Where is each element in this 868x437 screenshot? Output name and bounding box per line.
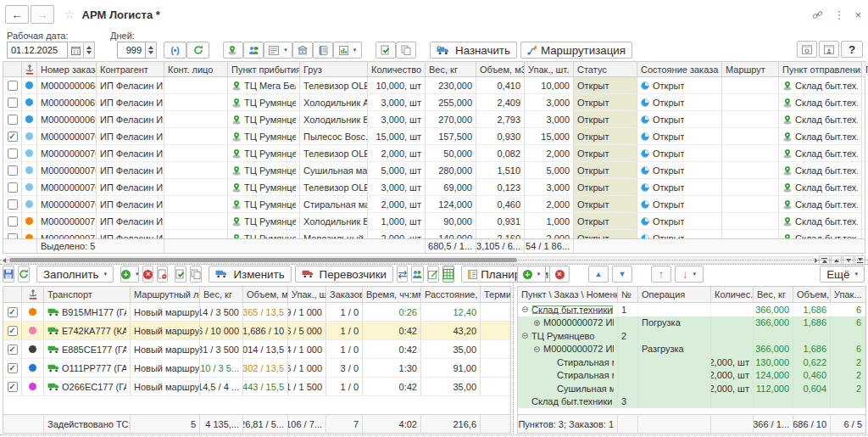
- order-row[interactable]: М0000000070 ИП Феласин И... ТЦ Румянцево…: [3, 179, 865, 196]
- col-weight[interactable]: Вес, кг: [754, 287, 793, 302]
- col-time[interactable]: Время, чч:мм: [363, 287, 421, 302]
- row-checkbox[interactable]: [8, 148, 18, 159]
- col-distance[interactable]: Расстояние, км: [421, 287, 481, 302]
- tree-cell[interactable]: Стиральная м...: [518, 356, 618, 369]
- route-row[interactable]: Е742КА777 (КАМА... Новый маршрутн... 366…: [3, 322, 510, 340]
- col-transport[interactable]: Транспорт: [44, 287, 131, 302]
- order-row[interactable]: М0000000068 ИП Феласин И... ТЦ Мега Бела…: [3, 77, 865, 94]
- close-route-button[interactable]: [157, 266, 168, 283]
- working-date-input[interactable]: [7, 42, 68, 59]
- detail-row[interactable]: ⊖ Склад быт.техники в ... 1 366,000 1,68…: [518, 303, 865, 317]
- col-terminal[interactable]: Терминал: [481, 287, 510, 302]
- col-orders[interactable]: Заказов: [326, 287, 363, 302]
- row-checkbox[interactable]: [8, 216, 18, 227]
- detail-row[interactable]: Стиральная м... 2,000, шт 124,000 0,460 …: [518, 369, 865, 383]
- col-contact[interactable]: Конт. лицо: [164, 62, 228, 76]
- tree-cell[interactable]: Стиральная м...: [518, 369, 618, 383]
- routing-button[interactable]: Маршрутизация: [520, 42, 632, 59]
- route-row[interactable]: О111РР777 (ГАЗе... Новый маршрутн... 1 4…: [3, 359, 510, 378]
- collapse-all-button[interactable]: ↑: [651, 266, 671, 283]
- row-checkbox[interactable]: [8, 81, 18, 91]
- col-select[interactable]: [3, 62, 22, 76]
- back-button[interactable]: ←: [5, 5, 29, 24]
- col-arrival[interactable]: Пункт прибытия: [228, 62, 300, 76]
- order-row[interactable]: М0000000070 ИП Феласин И... ТЦ Румянцево…: [3, 128, 865, 145]
- fill-button[interactable]: Заполнить▾: [36, 266, 114, 283]
- row-checkbox[interactable]: [8, 307, 18, 317]
- add-point-button[interactable]: +▾: [517, 266, 546, 283]
- row-checkbox[interactable]: [8, 326, 18, 336]
- add-route-button[interactable]: +▾: [120, 266, 140, 283]
- assign-button[interactable]: Назначить: [430, 42, 517, 59]
- detail-row[interactable]: Сушильная м... 2,000, шт 112,000 0,604 2: [518, 382, 865, 395]
- carriers-button[interactable]: Перевозчики: [295, 266, 393, 283]
- detail-row[interactable]: ⊖ ТЦ Румянцево 2: [518, 329, 865, 343]
- close-icon[interactable]: ×: [854, 8, 861, 21]
- col-partner[interactable]: Контрагент: [97, 62, 164, 76]
- col-packs[interactable]: Упак., шт.: [288, 287, 326, 302]
- col-state[interactable]: Состояние заказа: [637, 62, 722, 76]
- tree-expander-icon[interactable]: ⊕: [533, 318, 543, 328]
- form-settings-button[interactable]: [797, 41, 817, 58]
- tree-expander-icon[interactable]: ⊖: [521, 331, 531, 340]
- tree-expander-icon[interactable]: ⊖: [521, 305, 531, 314]
- detail-row[interactable]: ⊕ М0000000072 ИП... Погрузка 366,000 1,6…: [518, 317, 865, 330]
- add-contractor-button[interactable]: [243, 42, 264, 59]
- tree-cell[interactable]: ⊖ ТЦ Румянцево: [518, 329, 618, 343]
- order-row[interactable]: М0000000070 ИП Феласин И... ТЦ Румянцево…: [3, 196, 865, 213]
- date-spinner[interactable]: [84, 42, 95, 59]
- days-spinner[interactable]: [146, 42, 157, 59]
- col-marker[interactable]: [22, 62, 37, 76]
- row-checkbox[interactable]: [8, 132, 18, 142]
- col-shipper[interactable]: Грузоо: [862, 62, 868, 76]
- move-down-button[interactable]: ▼: [612, 266, 632, 283]
- edit-cell-button[interactable]: [427, 266, 439, 283]
- journal-button[interactable]: [313, 42, 333, 59]
- grid-view-button[interactable]: [442, 266, 454, 283]
- swap-orders-button[interactable]: ⇄: [397, 266, 408, 283]
- auto-refresh-button[interactable]: (•): [164, 42, 186, 59]
- order-row[interactable]: М0000000071 ИП Феласин И... ТЦ Румянцево…: [3, 213, 865, 230]
- delete-route-button[interactable]: ×: [142, 266, 153, 283]
- row-checkbox[interactable]: [8, 182, 18, 193]
- col-packs[interactable]: Упак., шт.: [525, 62, 574, 76]
- vertical-splitter[interactable]: [513, 265, 516, 434]
- expand-all-button[interactable]: ↓▾: [675, 266, 704, 283]
- col-volume[interactable]: Объем, м3: [476, 62, 525, 76]
- tree-cell[interactable]: Склад быт.техники в ...: [518, 395, 618, 409]
- row-checkbox[interactable]: [8, 165, 18, 176]
- favorite-star-icon[interactable]: ☆: [64, 8, 75, 21]
- order-row[interactable]: М0000000070 ИП Феласин И... ТЦ Румянцево…: [3, 145, 865, 162]
- route-row[interactable]: О266ЕС177 (ГАЗе... Новый маршрутн... 1 0…: [3, 378, 510, 396]
- post-route-button[interactable]: [175, 266, 186, 283]
- col-number[interactable]: №: [618, 287, 638, 302]
- route-row[interactable]: Е885СЕ177 (ГАЗе... Новый маршрутн... 631…: [3, 340, 510, 359]
- move-up-button[interactable]: ▲: [588, 266, 609, 283]
- show-on-map-button[interactable]: [223, 42, 243, 59]
- tree-cell[interactable]: ⊖ М0000000072 ИП...: [518, 343, 618, 356]
- date-calendar-button[interactable]: [68, 42, 84, 59]
- col-point-order-item[interactable]: Пункт \ Заказ \ Номенкл...: [518, 287, 618, 302]
- get-link-icon[interactable]: [812, 9, 823, 20]
- row-checkbox[interactable]: [8, 199, 18, 210]
- menu-kebab-icon[interactable]: ⋮: [833, 8, 844, 21]
- row-checkbox[interactable]: [8, 345, 18, 355]
- more-button[interactable]: Ещё▾: [820, 266, 865, 283]
- order-row[interactable]: М0000000069 ИП Феласин И... ТЦ Румянцево…: [3, 94, 865, 111]
- help-button[interactable]: ?: [841, 41, 863, 58]
- copy-button[interactable]: [396, 42, 416, 59]
- row-checkbox[interactable]: [8, 98, 18, 108]
- col-weight[interactable]: Вес, кг: [426, 62, 476, 76]
- list-settings-button[interactable]: ▾: [264, 42, 292, 59]
- days-input[interactable]: [117, 42, 146, 59]
- add-driver-button[interactable]: [411, 266, 424, 283]
- col-sheet[interactable]: Маршрутный лист: [131, 287, 200, 302]
- col-volume[interactable]: Объем, м3: [793, 287, 831, 302]
- row-checkbox[interactable]: [8, 115, 18, 125]
- refresh-routes-button[interactable]: [18, 266, 30, 283]
- detail-row[interactable]: Стиральная м... 2,000, шт 130,000 0,622 …: [518, 356, 865, 369]
- save-button[interactable]: [3, 266, 14, 283]
- col-packs[interactable]: Упак...: [831, 287, 865, 302]
- row-checkbox[interactable]: [8, 363, 18, 373]
- col-departure[interactable]: Пункт отправления: [779, 62, 862, 76]
